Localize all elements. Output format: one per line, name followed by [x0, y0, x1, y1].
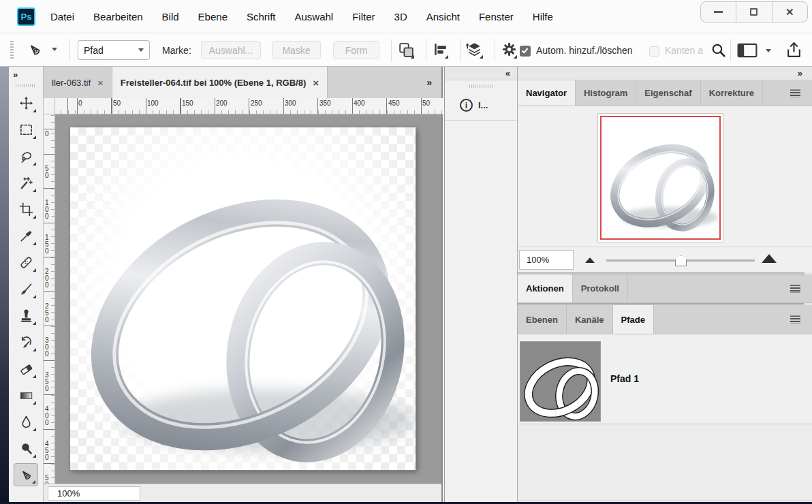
tab-protokoll[interactable]: Protokoll [573, 274, 628, 302]
tab-navigator[interactable]: Navigator [518, 80, 576, 106]
paths-panel: Pfad 1 [518, 334, 812, 501]
canvas-image[interactable] [70, 127, 416, 470]
menu-hilfe[interactable]: Hilfe [533, 11, 553, 22]
menu-bild[interactable]: Bild [162, 11, 179, 22]
panel-menu-icon[interactable] [790, 316, 800, 324]
menu-schrift[interactable]: Schrift [247, 11, 276, 22]
tab-overflow-chevron-icon[interactable]: » [426, 77, 432, 88]
ruler-label: 50 [113, 99, 121, 107]
menu-datei[interactable]: Datei [50, 11, 74, 22]
tool-preset-chevron-icon[interactable] [52, 48, 57, 51]
tool-dodge[interactable] [14, 437, 38, 460]
tool-pen[interactable] [14, 463, 38, 486]
tool-clone-stamp[interactable] [14, 304, 38, 327]
toolbar-collapse-button[interactable]: » [9, 67, 43, 82]
canvas-pasteboard[interactable] [55, 114, 441, 484]
dock-collapse-button[interactable]: » [798, 68, 802, 78]
workspace-chevron-icon[interactable] [766, 49, 771, 52]
ruler-label: 350 [45, 372, 50, 392]
close-tab-icon[interactable]: × [313, 77, 319, 89]
path-list-item[interactable]: Pfad 1 [518, 334, 812, 424]
document-tab-064[interactable]: Freisteller-064.tif bei 100% (Ebene 1, R… [112, 67, 328, 98]
status-zoom-field[interactable]: 100% [48, 486, 140, 501]
panel-menu-icon[interactable] [790, 89, 800, 97]
options-bar: Pfad Marke: Auswahl... Maske Form [0, 33, 812, 67]
menu-ansicht[interactable]: Ansicht [426, 11, 460, 22]
tool-eraser[interactable] [14, 357, 38, 380]
tab-aktionen[interactable]: Aktionen [518, 274, 573, 302]
toolbar-drag-handle[interactable] [16, 84, 36, 87]
menu-ebene[interactable]: Ebene [198, 11, 228, 22]
menu-fenster[interactable]: Fenster [479, 11, 514, 22]
marke-label: Marke: [162, 45, 191, 56]
path-alignment-button[interactable] [431, 41, 450, 62]
document-tab-label: Freisteller-064.tif bei 100% (Ebene 1, R… [121, 78, 306, 88]
document-tab-063[interactable]: ller-063.tif × [44, 67, 112, 98]
minimize-button[interactable] [701, 2, 736, 22]
paths-tab-strip: Ebenen Kanäle Pfade [518, 305, 812, 334]
close-tab-icon[interactable]: × [97, 77, 104, 89]
share-button[interactable] [785, 41, 803, 62]
auto-add-checkbox[interactable] [520, 46, 531, 57]
tab-eigenschaften[interactable]: Eigenschaf [636, 80, 700, 106]
tab-ebenen[interactable]: Ebenen [518, 305, 567, 334]
vertical-ruler[interactable]: 0 50 100 150 200 250 300 350 400 450 50 [44, 114, 55, 484]
path-arrange-icon [465, 40, 484, 60]
menu-3d[interactable]: 3D [394, 11, 407, 22]
navigator-preview[interactable] [597, 113, 723, 242]
tool-mode-select[interactable]: Pfad [78, 40, 150, 60]
ruler-label: 250 [251, 99, 262, 107]
tool-brush[interactable] [14, 277, 38, 300]
search-button[interactable] [710, 42, 727, 61]
maske-button[interactable]: Maske [272, 41, 321, 59]
menu-filter[interactable]: Filter [352, 11, 375, 22]
horizontal-ruler[interactable]: 0 50 100 150 200 250 300 350 400 450 50 [55, 98, 443, 114]
menu-bearbeiten[interactable]: Bearbeiten [93, 11, 143, 22]
zoom-slider-thumb[interactable] [675, 255, 687, 266]
ruler-label: 150 [182, 99, 193, 107]
panel-menu-icon[interactable] [790, 285, 800, 292]
ruler-origin-box[interactable] [44, 98, 55, 114]
path-thumbnail[interactable] [520, 341, 601, 422]
tab-korrekturen[interactable]: Korrekture [701, 80, 763, 106]
auswahl-button[interactable]: Auswahl... [201, 41, 261, 59]
menu-auswahl[interactable]: Auswahl [295, 11, 334, 22]
zoom-out-icon[interactable] [585, 257, 595, 263]
tool-crop[interactable] [14, 198, 38, 221]
info-collapse-button[interactable]: « [505, 68, 510, 78]
path-operations-button[interactable] [397, 41, 416, 62]
tool-magic-wand[interactable] [14, 171, 38, 194]
info-drag-handle[interactable] [469, 84, 493, 88]
pen-options-button[interactable] [500, 41, 518, 62]
form-button[interactable]: Form [333, 41, 379, 59]
actions-tab-strip: Aktionen Protokoll [518, 274, 812, 303]
tool-rectangular-marquee[interactable] [14, 118, 38, 141]
info-icon: i [460, 99, 473, 112]
workspace-button[interactable] [737, 43, 758, 61]
tool-flyout-indicator [33, 162, 36, 166]
tool-move[interactable] [14, 91, 38, 114]
tool-spot-healing-brush[interactable] [14, 251, 38, 274]
path-name-label: Pfad 1 [610, 373, 639, 384]
tool-eyedropper[interactable] [14, 224, 38, 247]
tab-pfade[interactable]: Pfade [613, 305, 654, 334]
zoom-in-icon[interactable] [762, 254, 777, 263]
tool-gradient[interactable] [14, 383, 38, 407]
maximize-button[interactable] [736, 2, 772, 22]
options-drag-handle[interactable] [10, 41, 14, 60]
menu-bar: Datei Bearbeiten Bild Ebene Schrift Ausw… [50, 0, 553, 33]
current-tool-button[interactable] [26, 39, 53, 61]
window-controls: ✕ [700, 1, 808, 22]
tab-histogramm[interactable]: Histogram [576, 80, 636, 106]
info-panel-button[interactable]: i I... [445, 91, 517, 121]
tab-kanaele[interactable]: Kanäle [567, 305, 613, 334]
tool-history-brush[interactable] [14, 330, 38, 353]
close-button[interactable]: ✕ [772, 2, 807, 22]
navigator-proxy-view-box[interactable] [600, 116, 721, 240]
tool-blur[interactable] [14, 410, 38, 433]
ruler-label: 0 [45, 131, 50, 138]
navigator-zoom-field[interactable]: 100% [519, 250, 574, 270]
path-arrange-button[interactable] [465, 40, 484, 63]
kanten-checkbox[interactable] [649, 46, 659, 57]
tool-lasso[interactable] [14, 144, 38, 168]
